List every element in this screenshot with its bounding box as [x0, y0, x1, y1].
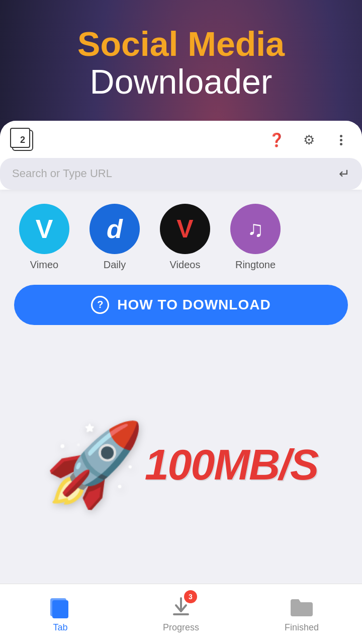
progress-nav-icon-wrap: 3 — [168, 593, 194, 619]
nav-item-finished[interactable]: Finished — [242, 593, 361, 633]
search-bar[interactable]: Search or Type URL ↵ — [0, 158, 362, 190]
speed-value: 100MB/S — [145, 443, 318, 486]
svg-rect-1 — [50, 598, 66, 616]
browser-bar: 2 ❓ ⚙ Search or Type URL ↵ — [0, 121, 362, 190]
finished-nav-label: Finished — [285, 622, 319, 633]
browser-icons: ❓ ⚙ — [267, 131, 350, 149]
videos-label: Videos — [170, 259, 201, 271]
more-icon[interactable] — [332, 131, 350, 149]
rocket-icon: 🚀 — [44, 424, 145, 505]
app-icons-row: V Vimeo d Daily V Videos ♫ — [0, 190, 362, 271]
nav-item-tab[interactable]: Tab — [1, 593, 120, 633]
vimeo-icon: V — [19, 204, 69, 254]
tab-count-icon[interactable]: 2 — [12, 130, 33, 151]
bottom-nav: Tab 3 Progress — [0, 584, 362, 644]
tab-nav-icon-wrap — [47, 593, 73, 619]
daily-label: Daily — [104, 259, 126, 271]
videos-icon: V — [160, 204, 210, 254]
speed-section: 🚀 100MB/S — [0, 325, 362, 584]
ringtone-icon: ♫ — [230, 204, 281, 254]
ringtone-label: Ringtone — [235, 259, 276, 271]
app-item-daily[interactable]: d Daily — [84, 204, 145, 271]
progress-badge: 3 — [184, 590, 197, 603]
settings-icon[interactable]: ⚙ — [300, 131, 318, 149]
enter-icon: ↵ — [339, 166, 350, 182]
how-to-download-label: HOW TO DOWNLOAD — [117, 297, 270, 313]
browser-top-row: 2 ❓ ⚙ — [12, 130, 350, 158]
app-item-ringtone[interactable]: ♫ Ringtone — [225, 204, 286, 271]
header: Social Media Downloader — [0, 0, 362, 116]
tab-indicator[interactable]: 2 — [12, 130, 33, 151]
nav-item-progress[interactable]: 3 Progress — [121, 593, 241, 633]
tab-count: 2 — [20, 135, 25, 145]
app-item-vimeo[interactable]: V Vimeo — [14, 204, 74, 271]
finished-nav-icon-wrap — [289, 593, 315, 619]
header-title-white: Downloader — [10, 63, 352, 101]
how-to-download-button[interactable]: ? HOW TO DOWNLOAD — [14, 285, 348, 325]
help-icon[interactable]: ❓ — [267, 131, 286, 149]
app-item-videos[interactable]: V Videos — [155, 204, 215, 271]
help-circle-icon: ? — [91, 296, 109, 314]
daily-icon: d — [89, 204, 140, 254]
tab-nav-label: Tab — [53, 622, 67, 633]
search-placeholder: Search or Type URL — [12, 167, 112, 180]
folder-icon — [289, 595, 315, 617]
tab-pages-icon — [48, 594, 72, 618]
vimeo-label: Vimeo — [30, 259, 58, 271]
progress-nav-label: Progress — [163, 622, 199, 633]
main-card: 2 ❓ ⚙ Search or Type URL ↵ — [0, 121, 362, 644]
header-title-orange: Social Media — [10, 25, 352, 63]
